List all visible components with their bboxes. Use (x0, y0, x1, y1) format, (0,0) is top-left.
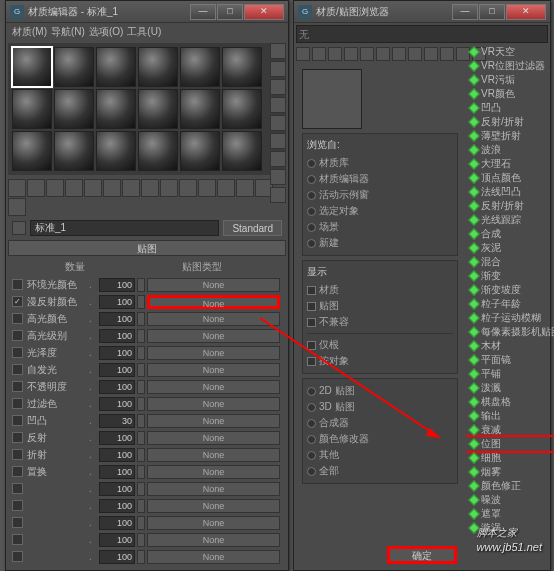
tool-button[interactable] (8, 198, 26, 216)
menu-material[interactable]: 材质(M) (12, 25, 47, 39)
menu-options[interactable]: 选项(O) (89, 25, 123, 39)
tool-button[interactable] (179, 179, 197, 197)
tool-button[interactable] (122, 179, 140, 197)
map-checkbox[interactable] (12, 381, 23, 392)
tree-item[interactable]: 大理石 (466, 157, 554, 171)
map-checkbox[interactable] (12, 398, 23, 409)
browse-option[interactable]: 活动示例窗 (307, 187, 453, 203)
tree-item[interactable]: 位图 (466, 437, 554, 451)
browse-option[interactable]: 选定对象 (307, 203, 453, 219)
view-icon[interactable] (360, 47, 374, 61)
tree-item[interactable]: 棋盘格 (466, 395, 554, 409)
map-checkbox[interactable] (12, 517, 23, 528)
spinner-icon[interactable] (137, 482, 145, 496)
tree-item[interactable]: 波浪 (466, 143, 554, 157)
material-type-button[interactable]: Standard (223, 220, 282, 236)
category-option[interactable]: 2D 贴图 (307, 383, 453, 399)
ok-button[interactable]: 确定 (387, 546, 457, 564)
map-checkbox[interactable] (12, 551, 23, 562)
tool-button[interactable] (270, 97, 286, 113)
tree-item[interactable]: 反射/折射 (466, 115, 554, 129)
tool-button[interactable] (141, 179, 159, 197)
minimize-button[interactable]: — (190, 4, 216, 20)
tree-item[interactable]: 细胞 (466, 451, 554, 465)
spinner-icon[interactable] (137, 363, 145, 377)
map-amount[interactable]: 100 (99, 448, 135, 462)
map-slot-button[interactable]: None (147, 380, 280, 394)
map-slot-button[interactable]: None (147, 363, 280, 377)
map-checkbox[interactable] (12, 347, 23, 358)
menu-navigation[interactable]: 导航(N) (51, 25, 85, 39)
sample-slot[interactable] (222, 47, 262, 87)
view-icon[interactable] (408, 47, 422, 61)
menu-utilities[interactable]: 工具(U) (127, 25, 161, 39)
view-icon[interactable] (312, 47, 326, 61)
tree-item[interactable]: 平面镜 (466, 353, 554, 367)
tree-item[interactable]: 烟雾 (466, 465, 554, 479)
tool-button[interactable] (198, 179, 216, 197)
map-amount[interactable]: 100 (99, 550, 135, 564)
map-slot-button[interactable]: None (147, 533, 280, 547)
tree-item[interactable]: 平铺 (466, 367, 554, 381)
map-slot-button[interactable]: None (147, 414, 280, 428)
map-amount[interactable]: 100 (99, 295, 135, 309)
material-name-input[interactable] (30, 220, 219, 236)
tree-item[interactable]: 渐变坡度 (466, 283, 554, 297)
spinner-icon[interactable] (137, 465, 145, 479)
tree-item[interactable]: VR天空 (466, 45, 554, 59)
spinner-icon[interactable] (137, 550, 145, 564)
map-slot-button[interactable]: None (147, 499, 280, 513)
tree-item[interactable]: VR位图过滤器 (466, 59, 554, 73)
sample-slot[interactable] (138, 89, 178, 129)
tree-item[interactable]: 输出 (466, 409, 554, 423)
tool-button[interactable] (27, 179, 45, 197)
tool-button[interactable] (270, 43, 286, 59)
sample-slot[interactable] (96, 131, 136, 171)
tool-button[interactable] (8, 179, 26, 197)
eyedropper-icon[interactable] (12, 221, 26, 235)
sample-slot[interactable] (96, 89, 136, 129)
tree-item[interactable]: 泼溅 (466, 381, 554, 395)
spinner-icon[interactable] (137, 431, 145, 445)
browse-option[interactable]: 新建 (307, 235, 453, 251)
map-checkbox[interactable] (12, 313, 23, 324)
map-amount[interactable]: 100 (99, 278, 135, 292)
tool-button[interactable] (270, 115, 286, 131)
map-amount[interactable]: 100 (99, 465, 135, 479)
category-option[interactable]: 3D 贴图 (307, 399, 453, 415)
map-checkbox[interactable] (12, 415, 23, 426)
close-button[interactable]: ✕ (506, 4, 546, 20)
category-option[interactable]: 合成器 (307, 415, 453, 431)
view-icon[interactable] (328, 47, 342, 61)
tool-button[interactable] (103, 179, 121, 197)
tool-button[interactable] (270, 79, 286, 95)
sample-slot[interactable] (138, 131, 178, 171)
map-amount[interactable]: 100 (99, 533, 135, 547)
map-amount[interactable]: 100 (99, 431, 135, 445)
tree-item[interactable]: 凹凸 (466, 101, 554, 115)
spinner-icon[interactable] (137, 414, 145, 428)
tool-button[interactable] (84, 179, 102, 197)
browse-option[interactable]: 场景 (307, 219, 453, 235)
tree-item[interactable]: 混合 (466, 255, 554, 269)
map-checkbox[interactable] (12, 466, 23, 477)
map-slot-button[interactable]: None (147, 329, 280, 343)
tree-item[interactable]: 粒子运动模糊 (466, 311, 554, 325)
category-option[interactable]: 其他 (307, 447, 453, 463)
tool-button[interactable] (270, 61, 286, 77)
category-option[interactable]: 全部 (307, 463, 453, 479)
browse-option[interactable]: 材质库 (307, 155, 453, 171)
map-slot-button[interactable]: None (147, 312, 280, 326)
display-option[interactable]: 材质 (307, 282, 453, 298)
browse-option[interactable]: 材质编辑器 (307, 171, 453, 187)
tree-item[interactable]: 合成 (466, 227, 554, 241)
map-slot-button[interactable]: None (147, 465, 280, 479)
tree-item[interactable]: 薄壁折射 (466, 129, 554, 143)
view-icon[interactable] (440, 47, 454, 61)
map-slot-button[interactable]: None (147, 448, 280, 462)
tree-item[interactable]: VR污垢 (466, 73, 554, 87)
spinner-icon[interactable] (137, 329, 145, 343)
tool-button[interactable] (160, 179, 178, 197)
view-icon[interactable] (392, 47, 406, 61)
maximize-button[interactable]: □ (217, 4, 243, 20)
